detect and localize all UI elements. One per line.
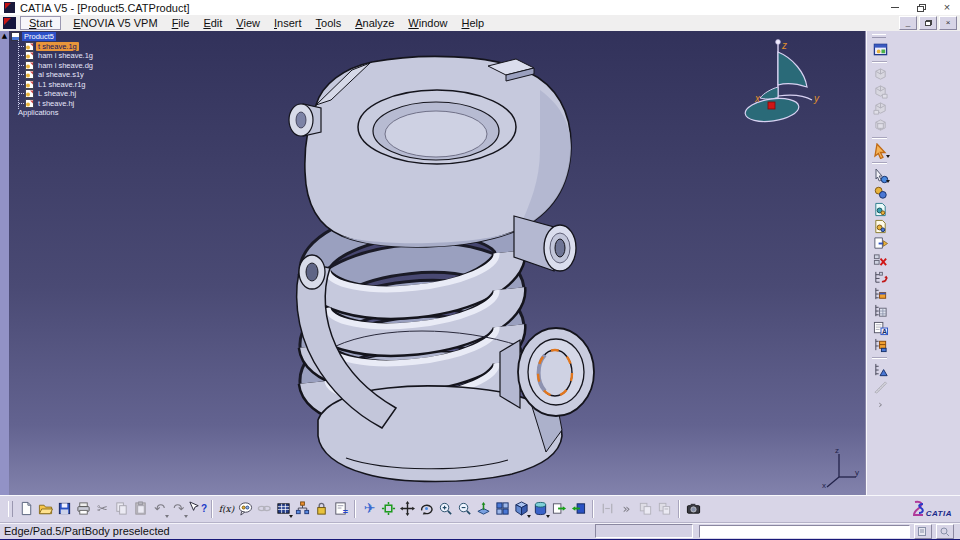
redo-button[interactable]: ↷	[169, 498, 188, 519]
part-icon	[25, 42, 34, 51]
tree-item[interactable]: L sheave.hj	[19, 89, 95, 99]
paste-format-1-button[interactable]	[636, 498, 655, 519]
swap-visible-space-button[interactable]	[569, 498, 588, 519]
box-tool-4-button[interactable]	[871, 117, 890, 134]
box-tool-3-button[interactable]	[871, 100, 890, 117]
menu-view[interactable]: View	[229, 16, 267, 30]
toolbar-grip[interactable]	[8, 501, 13, 517]
power-input-field[interactable]	[699, 525, 910, 538]
tree-root[interactable]: Product5	[11, 32, 95, 42]
mdi-close-button[interactable]: ×	[939, 16, 957, 30]
open-part-gears-button[interactable]	[871, 201, 890, 218]
print-button[interactable]	[74, 498, 93, 519]
box-tool-2-button[interactable]	[871, 83, 890, 100]
specification-tree[interactable]: Product5 t sheave.1g ham i sheave.1g ham…	[11, 32, 95, 118]
knowledge-hierarchy-button[interactable]	[293, 498, 312, 519]
catia-brand-logo: CATIA	[910, 500, 952, 518]
offset-constraint-button[interactable]	[598, 498, 617, 519]
whats-this-help-button[interactable]: ?	[188, 498, 207, 519]
toolbar-grip[interactable]	[872, 34, 886, 38]
pan-button[interactable]	[398, 498, 417, 519]
status-button-1[interactable]	[914, 524, 932, 539]
menu-enovia[interactable]: ENOVIA V5 VPM	[66, 16, 164, 30]
mdi-restore-button[interactable]	[919, 16, 937, 30]
menu-file[interactable]: File	[165, 16, 197, 30]
zoom-out-button[interactable]	[455, 498, 474, 519]
view-compass[interactable]: z y x	[741, 38, 821, 130]
tree-item[interactable]: ham i sheave.1g	[19, 51, 95, 61]
box-tool-1-button[interactable]	[871, 66, 890, 83]
close-button[interactable]: ×	[934, 0, 960, 15]
tree-reorder-button[interactable]	[871, 269, 890, 286]
smart-select-button[interactable]	[871, 167, 890, 184]
menu-help[interactable]: Help	[455, 16, 492, 30]
rules-editor-button[interactable]: =	[331, 498, 350, 519]
menu-edit[interactable]: Edit	[196, 16, 229, 30]
formula-fx-button[interactable]: f(x)	[217, 498, 236, 519]
product-window-button[interactable]	[871, 41, 890, 58]
paste-button[interactable]	[131, 498, 150, 519]
tree-item[interactable]: L1 sheave.r1g	[19, 80, 95, 90]
delete-component-button[interactable]	[871, 252, 890, 269]
tree-item[interactable]: ham i sheave.dg	[19, 61, 95, 71]
link-button[interactable]	[255, 498, 274, 519]
select-button[interactable]	[871, 142, 890, 159]
menu-start[interactable]: Start	[20, 16, 61, 30]
equals-glyph: =	[343, 507, 348, 517]
manage-representations-button[interactable]	[871, 337, 890, 354]
save-part-gears-button[interactable]	[871, 218, 890, 235]
compass-anchor[interactable]	[768, 102, 775, 109]
more-tools-chevron[interactable]: ›	[871, 396, 890, 413]
new-component-button[interactable]	[871, 286, 890, 303]
mdi-restore-icon	[925, 20, 932, 26]
zoom-in-button[interactable]	[436, 498, 455, 519]
hide-show-button[interactable]	[550, 498, 569, 519]
model-spring-assembly[interactable]	[9, 31, 866, 495]
part-icon	[25, 89, 34, 98]
lock-button[interactable]	[312, 498, 331, 519]
insert-component-button[interactable]	[871, 235, 890, 252]
tree-guide-line	[18, 40, 19, 109]
tree-item[interactable]: t sheave.hj	[19, 99, 95, 109]
camera-snapshot-button[interactable]	[684, 498, 703, 519]
minimize-button[interactable]	[882, 0, 908, 15]
update-all-button[interactable]	[871, 184, 890, 201]
render-style-button[interactable]	[531, 498, 550, 519]
bottom-toolbar: ✂ ↶ ↷ ? f(x) = ✈ » CATIA	[0, 495, 960, 522]
copy-button[interactable]	[112, 498, 131, 519]
mdi-minimize-button[interactable]: _	[899, 16, 917, 30]
generate-numbering-button[interactable]: A	[871, 320, 890, 337]
scroll-up-icon[interactable]: ▲	[0, 31, 9, 41]
tree-item[interactable]: al sheave.s1y	[19, 70, 95, 80]
status-button-2[interactable]	[936, 524, 954, 539]
menu-window[interactable]: Window	[401, 16, 454, 30]
measure-button[interactable]	[871, 379, 890, 396]
selective-load-button[interactable]	[871, 303, 890, 320]
undo-button[interactable]: ↶	[150, 498, 169, 519]
new-file-button[interactable]	[17, 498, 36, 519]
rotate-button[interactable]	[417, 498, 436, 519]
menu-insert[interactable]: Insert	[267, 16, 309, 30]
open-folder-button[interactable]	[36, 498, 55, 519]
menu-tools[interactable]: Tools	[309, 16, 349, 30]
menu-analyze[interactable]: Analyze	[348, 16, 401, 30]
isometric-view-button[interactable]	[512, 498, 531, 519]
multi-view-button[interactable]	[493, 498, 512, 519]
status-bar: Edge/Pad.5/PartBody preselected	[0, 522, 960, 540]
status-cell	[595, 524, 693, 538]
design-table-button[interactable]	[274, 498, 293, 519]
viewport-3d[interactable]: Product5 t sheave.1g ham i sheave.1g ham…	[9, 31, 866, 495]
cut-button[interactable]: ✂	[93, 498, 112, 519]
tree-applications[interactable]: Applications	[16, 108, 95, 118]
fly-mode-button[interactable]: ✈	[360, 498, 379, 519]
knowledge-inspector-button[interactable]	[236, 498, 255, 519]
restore-button[interactable]	[908, 0, 934, 15]
paste-format-2-button[interactable]	[655, 498, 674, 519]
mdi-window-controls: _ ×	[899, 16, 957, 30]
fit-all-button[interactable]	[379, 498, 398, 519]
more-tools-button[interactable]: »	[617, 498, 636, 519]
save-button[interactable]	[55, 498, 74, 519]
graph-tree-reorder-button[interactable]	[871, 362, 890, 379]
tree-item[interactable]: t sheave.1g	[19, 42, 95, 52]
normal-view-button[interactable]	[474, 498, 493, 519]
